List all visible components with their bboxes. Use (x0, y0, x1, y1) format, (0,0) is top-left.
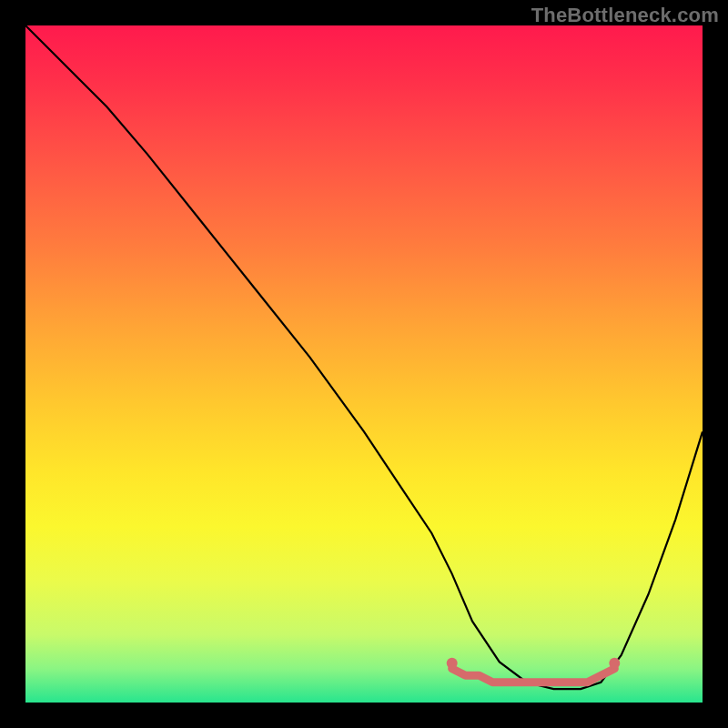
marker-band-endcap (447, 658, 458, 669)
marker-band-endcap (609, 658, 620, 669)
chart-svg (25, 25, 703, 703)
chart-frame: TheBottleneck.com (0, 0, 728, 728)
curve-path (25, 25, 703, 689)
plot-area (25, 25, 703, 703)
marker-band (447, 658, 621, 682)
watermark-text: TheBottleneck.com (531, 4, 719, 27)
marker-band-path (452, 669, 615, 682)
curve-line (25, 25, 703, 689)
